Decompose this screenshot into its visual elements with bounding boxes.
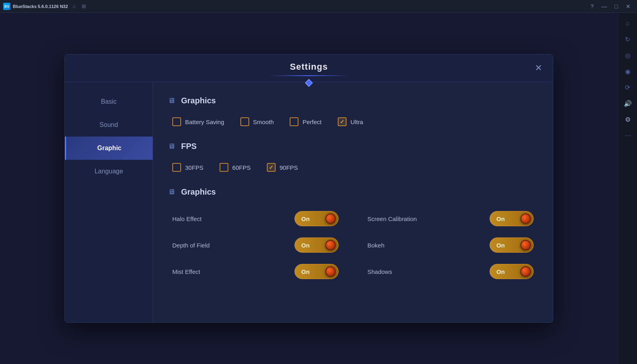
effects-icon: 🖥 bbox=[166, 186, 177, 197]
graphics-section-title: Graphics bbox=[181, 96, 216, 105]
depth-of-field-row: Depth of Field On bbox=[166, 232, 345, 258]
fps-icon: 🖥 bbox=[166, 141, 177, 152]
sidebar-settings-icon[interactable]: ⚙ bbox=[621, 112, 635, 127]
nav-item-basic[interactable]: Basic bbox=[65, 90, 153, 113]
screen-calibration-toggle-text: On bbox=[496, 215, 505, 222]
modal-title: Settings bbox=[290, 62, 328, 72]
halo-effect-toggle-knob bbox=[325, 213, 336, 224]
taskbar-icons: ⌂ ⊞ bbox=[73, 3, 88, 10]
battery-saving-label: Battery Saving bbox=[185, 119, 224, 125]
main-area: Settings ✕ Basic Sound Graphic Language … bbox=[0, 13, 618, 364]
mist-effect-label: Mist Effect bbox=[172, 268, 200, 275]
modal-body: Basic Sound Graphic Language 🖥 Graphics … bbox=[65, 82, 553, 322]
window-controls: ? — □ ✕ bbox=[587, 1, 634, 12]
depth-of-field-toggle[interactable]: On bbox=[294, 237, 339, 253]
ultra-label: Ultra bbox=[351, 119, 363, 125]
screen-calibration-label: Screen Calibration bbox=[367, 215, 417, 222]
fps-60-label: 60FPS bbox=[232, 164, 251, 171]
bokeh-toggle[interactable]: On bbox=[490, 237, 534, 253]
restore-button[interactable]: □ bbox=[611, 1, 622, 12]
close-button[interactable]: ✕ bbox=[623, 1, 634, 12]
halo-effect-label: Halo Effect bbox=[172, 215, 202, 222]
graphics-options-row: Battery Saving Smooth Perfect Ultra bbox=[166, 114, 540, 129]
depth-of-field-toggle-text: On bbox=[301, 242, 310, 249]
modal-content: 🖥 Graphics Battery Saving Smooth Perfect bbox=[153, 82, 553, 322]
screen-calibration-row: Screen Calibration On bbox=[361, 205, 540, 232]
sidebar-more-icon[interactable]: ⋯ bbox=[621, 128, 635, 143]
smooth-checkbox[interactable] bbox=[240, 117, 249, 126]
sidebar-circle-icon[interactable]: ◎ bbox=[621, 48, 635, 62]
perfect-checkbox[interactable] bbox=[290, 117, 298, 126]
fps-30-label: 30FPS bbox=[185, 164, 204, 171]
screen-calibration-toggle-knob bbox=[520, 213, 531, 224]
help-button[interactable]: ? bbox=[587, 1, 598, 12]
bokeh-row: Bokeh On bbox=[361, 232, 540, 258]
app-title: BlueStacks 5.6.0.1126 N32 bbox=[13, 4, 68, 9]
shadows-label: Shadows bbox=[367, 268, 392, 275]
effects-section-title: Graphics bbox=[181, 187, 216, 197]
fps-30-checkbox[interactable] bbox=[172, 163, 181, 172]
halo-effect-toggle[interactable]: On bbox=[294, 211, 339, 226]
shadows-toggle-knob bbox=[520, 266, 531, 277]
settings-modal: Settings ✕ Basic Sound Graphic Language … bbox=[65, 54, 553, 323]
ultra-option[interactable]: Ultra bbox=[338, 117, 363, 126]
home-icon[interactable]: ⌂ bbox=[73, 3, 79, 10]
bokeh-label: Bokeh bbox=[367, 242, 385, 249]
fps-section-title: FPS bbox=[181, 142, 197, 151]
taskbar: BS BlueStacks 5.6.0.1126 N32 ⌂ ⊞ ? — □ ✕ bbox=[0, 0, 637, 13]
nav-item-graphic[interactable]: Graphic bbox=[65, 137, 153, 160]
depth-of-field-label: Depth of Field bbox=[172, 242, 210, 249]
shadows-row: Shadows On bbox=[361, 258, 540, 285]
mist-effect-toggle[interactable]: On bbox=[294, 264, 339, 279]
fps-section-header: 🖥 FPS bbox=[166, 141, 540, 152]
fps-60-checkbox[interactable] bbox=[220, 163, 228, 172]
fps-60-option[interactable]: 60FPS bbox=[220, 163, 251, 172]
depth-of-field-toggle-knob bbox=[325, 240, 336, 250]
screen-calibration-toggle[interactable]: On bbox=[490, 211, 534, 226]
modal-nav: Basic Sound Graphic Language bbox=[65, 82, 153, 322]
smooth-label: Smooth bbox=[253, 119, 274, 125]
bluestacks-icon: BS bbox=[3, 3, 10, 10]
sidebar-rotate-icon[interactable]: ⟳ bbox=[621, 80, 635, 95]
nav-item-language[interactable]: Language bbox=[65, 160, 153, 183]
smooth-option[interactable]: Smooth bbox=[240, 117, 274, 126]
fps-90-label: 90FPS bbox=[280, 164, 298, 171]
ultra-checkbox[interactable] bbox=[338, 117, 347, 126]
halo-effect-toggle-text: On bbox=[301, 215, 310, 222]
modal-header: Settings ✕ bbox=[65, 54, 553, 82]
header-line bbox=[269, 75, 349, 76]
sidebar-target-icon[interactable]: ◉ bbox=[621, 64, 635, 78]
modal-close-button[interactable]: ✕ bbox=[532, 62, 545, 74]
minimize-button[interactable]: — bbox=[599, 1, 610, 12]
mist-effect-toggle-knob bbox=[325, 266, 336, 277]
mist-effect-row: Mist Effect On bbox=[166, 258, 345, 285]
effects-section-header: 🖥 Graphics bbox=[166, 186, 540, 197]
battery-saving-checkbox[interactable] bbox=[172, 117, 181, 126]
bokeh-toggle-text: On bbox=[496, 242, 505, 249]
perfect-option[interactable]: Perfect bbox=[290, 117, 322, 126]
battery-saving-option[interactable]: Battery Saving bbox=[172, 117, 224, 126]
bokeh-toggle-knob bbox=[520, 240, 531, 250]
perfect-label: Perfect bbox=[302, 119, 322, 125]
graphics-section-header: 🖥 Graphics bbox=[166, 95, 540, 106]
graphics-icon: 🖥 bbox=[166, 95, 177, 106]
fps-90-option[interactable]: 90FPS bbox=[267, 163, 298, 172]
mist-effect-toggle-text: On bbox=[301, 268, 310, 275]
sidebar-refresh-icon[interactable]: ↻ bbox=[621, 32, 635, 46]
right-sidebar: ⌂ ↻ ◎ ◉ ⟳ 🔊 ⚙ ⋯ bbox=[618, 13, 637, 364]
shadows-toggle[interactable]: On bbox=[490, 264, 534, 279]
halo-effect-row: Halo Effect On bbox=[166, 205, 345, 232]
fps-30-option[interactable]: 30FPS bbox=[172, 163, 204, 172]
shadows-toggle-text: On bbox=[496, 268, 505, 275]
effects-toggles-grid: Halo Effect On Screen Calibration On bbox=[166, 205, 540, 285]
app-logo: BS BlueStacks 5.6.0.1126 N32 bbox=[3, 3, 68, 10]
fps-90-checkbox[interactable] bbox=[267, 163, 276, 172]
sidebar-volume-icon[interactable]: 🔊 bbox=[621, 96, 635, 111]
nav-item-sound[interactable]: Sound bbox=[65, 113, 153, 137]
fps-options-row: 30FPS 60FPS 90FPS bbox=[166, 160, 540, 175]
multi-icon[interactable]: ⊞ bbox=[82, 3, 88, 10]
sidebar-home-icon[interactable]: ⌂ bbox=[621, 16, 635, 30]
